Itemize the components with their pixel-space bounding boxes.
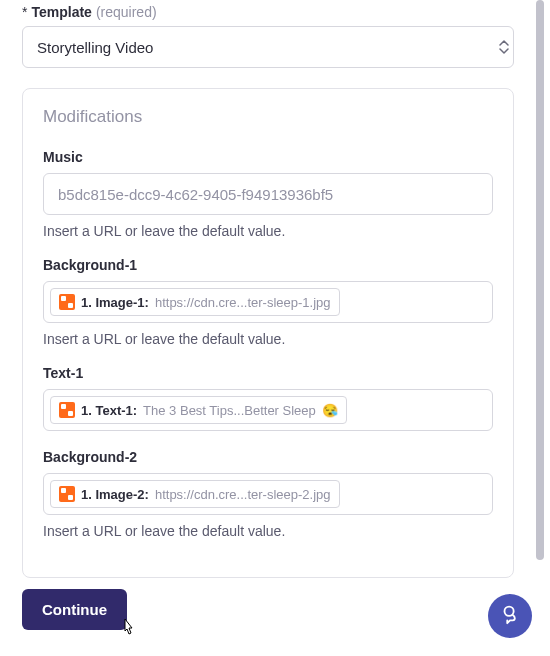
field-label-text1: Text-1 bbox=[43, 365, 493, 381]
text1-chip-key: 1. Text-1: bbox=[81, 403, 137, 418]
field-background-2: Background-2 1. Image-2: https://cdn.cre… bbox=[43, 449, 493, 539]
template-label: Template bbox=[31, 4, 91, 20]
bg2-chip-key: 1. Image-2: bbox=[81, 487, 149, 502]
help-fab-button[interactable] bbox=[488, 594, 532, 638]
modifications-card: Modifications Music b5dc815e-dcc9-4c62-9… bbox=[22, 88, 514, 578]
template-select-wrap: Storytelling Video bbox=[22, 26, 532, 68]
footer-bar: Continue bbox=[0, 578, 550, 656]
bg2-hint: Insert a URL or leave the default value. bbox=[43, 523, 493, 539]
bg2-chip[interactable]: 1. Image-2: https://cdn.cre...ter-sleep-… bbox=[50, 480, 340, 508]
bg1-input[interactable]: 1. Image-1: https://cdn.cre...ter-sleep-… bbox=[43, 281, 493, 323]
music-hint: Insert a URL or leave the default value. bbox=[43, 223, 493, 239]
continue-button[interactable]: Continue bbox=[22, 589, 127, 630]
template-block: * Template (required) Storytelling Video bbox=[22, 4, 532, 68]
field-label-bg2: Background-2 bbox=[43, 449, 493, 465]
integration-icon bbox=[59, 402, 75, 418]
template-select[interactable]: Storytelling Video bbox=[22, 26, 514, 68]
field-music: Music b5dc815e-dcc9-4c62-9405-f94913936b… bbox=[43, 149, 493, 239]
integration-icon bbox=[59, 486, 75, 502]
template-select-value: Storytelling Video bbox=[37, 39, 153, 56]
integration-icon bbox=[59, 294, 75, 310]
modifications-title: Modifications bbox=[43, 107, 493, 127]
form-scroll-area: * Template (required) Storytelling Video… bbox=[0, 0, 532, 656]
music-input[interactable]: b5dc815e-dcc9-4c62-9405-f94913936bf5 bbox=[43, 173, 493, 215]
text1-chip-val: The 3 Best Tips...Better Sleep bbox=[143, 403, 316, 418]
text1-chip[interactable]: 1. Text-1: The 3 Best Tips...Better Slee… bbox=[50, 396, 347, 424]
required-asterisk: * bbox=[22, 4, 27, 20]
bg2-input[interactable]: 1. Image-2: https://cdn.cre...ter-sleep-… bbox=[43, 473, 493, 515]
help-chat-icon bbox=[499, 603, 521, 629]
bg1-chip-key: 1. Image-1: bbox=[81, 295, 149, 310]
vertical-scrollbar-thumb[interactable] bbox=[536, 0, 544, 560]
bg2-chip-val: https://cdn.cre...ter-sleep-2.jpg bbox=[155, 487, 331, 502]
field-label-bg1: Background-1 bbox=[43, 257, 493, 273]
vertical-scrollbar-track[interactable] bbox=[536, 0, 544, 566]
music-placeholder: b5dc815e-dcc9-4c62-9405-f94913936bf5 bbox=[58, 186, 333, 203]
field-text-1: Text-1 1. Text-1: The 3 Best Tips...Bett… bbox=[43, 365, 493, 431]
template-label-row: * Template (required) bbox=[22, 4, 532, 20]
bg1-chip[interactable]: 1. Image-1: https://cdn.cre...ter-sleep-… bbox=[50, 288, 340, 316]
field-background-1: Background-1 1. Image-1: https://cdn.cre… bbox=[43, 257, 493, 347]
required-text: (required) bbox=[96, 4, 157, 20]
bg1-hint: Insert a URL or leave the default value. bbox=[43, 331, 493, 347]
sleep-emoji-icon: 😪 bbox=[322, 403, 338, 418]
field-label-music: Music bbox=[43, 149, 493, 165]
bg1-chip-val: https://cdn.cre...ter-sleep-1.jpg bbox=[155, 295, 331, 310]
text1-input[interactable]: 1. Text-1: The 3 Best Tips...Better Slee… bbox=[43, 389, 493, 431]
